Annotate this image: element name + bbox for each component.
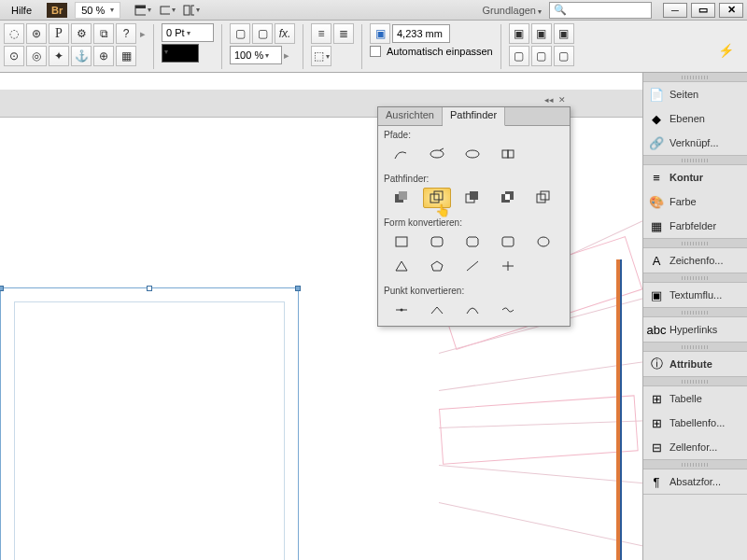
lightning-icon[interactable]: ⚡ bbox=[718, 43, 734, 58]
open-path-icon[interactable] bbox=[423, 144, 451, 164]
arrange-dropdown[interactable] bbox=[182, 2, 201, 19]
dock-item-farbfelder[interactable]: ▦Farbfelder bbox=[643, 214, 747, 238]
join-path-icon[interactable] bbox=[388, 144, 416, 164]
dock-item-attribute[interactable]: ⓘAttribute bbox=[643, 352, 747, 376]
dock-item-zeichenfo[interactable]: AZeichenfo... bbox=[643, 248, 747, 273]
dock-item-absatzfor[interactable]: ¶Absatzfor... bbox=[643, 469, 747, 494]
frame-fit-icon[interactable]: ▣ bbox=[554, 23, 574, 44]
symmetrical-point-icon[interactable] bbox=[494, 300, 522, 320]
resize-handle[interactable] bbox=[0, 286, 4, 291]
dock-item-kontur[interactable]: ≡Kontur bbox=[643, 165, 747, 189]
resize-handle[interactable] bbox=[147, 286, 152, 291]
dock-item-hyperlinks[interactable]: abcHyperlinks bbox=[643, 317, 747, 342]
add-shapes-icon[interactable] bbox=[388, 188, 416, 208]
dock-item-ebenen[interactable]: ◆Ebenen bbox=[643, 106, 747, 131]
dock-item-zellenfor[interactable]: ⊟Zellenfor... bbox=[643, 435, 747, 459]
dock-icon: ▦ bbox=[649, 218, 664, 233]
bridge-button[interactable]: Br bbox=[47, 3, 67, 18]
titlebar: Hilfe Br 50 % Grundlagen 🔍 ─ ▭ ✕ bbox=[0, 0, 747, 21]
ellipse-shape-icon[interactable] bbox=[529, 231, 557, 252]
tool-icon[interactable]: ⊕ bbox=[93, 46, 114, 66]
tab-align[interactable]: Ausrichten bbox=[378, 107, 443, 125]
dock-icon: 📄 bbox=[649, 87, 664, 102]
dock-icon: abc bbox=[649, 322, 664, 337]
tool-icon[interactable]: ✦ bbox=[49, 46, 69, 66]
width-input[interactable]: 4,233 mm bbox=[392, 24, 450, 43]
dock-label: Zellenfor... bbox=[669, 441, 717, 453]
exclude-shapes-icon[interactable] bbox=[494, 188, 522, 208]
help-icon[interactable]: ? bbox=[116, 23, 136, 44]
view-options-dropdown[interactable] bbox=[134, 2, 152, 19]
subtract-shapes-icon[interactable] bbox=[423, 188, 451, 208]
orthogonal-line-icon[interactable] bbox=[494, 256, 522, 276]
close-path-icon[interactable] bbox=[458, 144, 486, 164]
fit-frame-icon[interactable]: ▣ bbox=[370, 23, 390, 44]
type-tool-icon[interactable]: P bbox=[49, 23, 69, 44]
tool-icon[interactable]: ◌ bbox=[4, 23, 24, 44]
inverse-round-icon[interactable] bbox=[494, 231, 522, 252]
panel-close-icon[interactable]: ✕ bbox=[557, 94, 568, 105]
intersect-shapes-icon[interactable] bbox=[458, 188, 486, 208]
autofit-checkbox[interactable] bbox=[370, 46, 381, 57]
selected-frame[interactable] bbox=[0, 287, 299, 560]
resize-handle[interactable] bbox=[295, 286, 301, 291]
frame-fit-icon[interactable]: ▢ bbox=[509, 46, 529, 66]
tool-icon[interactable]: ⊙ bbox=[4, 46, 24, 66]
dock-icon: ⊟ bbox=[649, 440, 664, 455]
stroke-color-swatch[interactable] bbox=[162, 44, 199, 63]
dock-item-tabelle[interactable]: ⊞Tabelle bbox=[643, 386, 747, 411]
pathfinder-panel: ◂◂ ✕ Ausrichten Pathfinder Pfade: Pathfi… bbox=[377, 106, 571, 327]
opacity-input[interactable]: 100 % bbox=[230, 46, 282, 64]
frame-fit-icon[interactable]: ▣ bbox=[509, 23, 529, 44]
zoom-level-dropdown[interactable]: 50 % bbox=[75, 2, 120, 19]
dock-label: Farbfelder bbox=[669, 220, 716, 231]
tool-icon[interactable]: ⚓ bbox=[71, 46, 92, 66]
dock-label: Verknüpf... bbox=[669, 137, 719, 148]
svg-rect-11 bbox=[399, 191, 407, 200]
screen-mode-dropdown[interactable] bbox=[158, 2, 176, 19]
tool-icon[interactable]: ◎ bbox=[26, 46, 47, 66]
help-menu[interactable]: Hilfe bbox=[4, 3, 39, 18]
tool-icon[interactable]: ⧉ bbox=[93, 23, 114, 44]
dock-item-verknpf[interactable]: 🔗Verknüpf... bbox=[643, 131, 747, 155]
workspace-switcher[interactable]: Grundlagen bbox=[475, 3, 550, 18]
search-input[interactable]: 🔍 bbox=[549, 2, 652, 19]
polygon-shape-icon[interactable] bbox=[423, 256, 451, 276]
smooth-point-icon[interactable] bbox=[458, 300, 486, 320]
line-shape-icon[interactable] bbox=[458, 256, 486, 276]
close-button[interactable]: ✕ bbox=[719, 3, 743, 18]
effects-icon[interactable]: ▢ bbox=[252, 23, 273, 44]
frame-fit-icon[interactable]: ▢ bbox=[554, 46, 574, 66]
tab-pathfinder[interactable]: Pathfinder bbox=[443, 107, 505, 126]
corner-point-icon[interactable] bbox=[423, 300, 451, 320]
dock-icon: ▣ bbox=[649, 287, 664, 302]
text-align-icon[interactable]: ≡ bbox=[311, 23, 331, 44]
dock-item-textumflu[interactable]: ▣Textumflu... bbox=[643, 283, 747, 307]
text-wrap-dropdown[interactable]: ⬚ bbox=[311, 46, 331, 66]
dock-icon: 🎨 bbox=[649, 194, 664, 209]
frame-fit-icon[interactable]: ▣ bbox=[531, 23, 552, 44]
dock-item-tabellenfo[interactable]: ⊞Tabellenfo... bbox=[643, 411, 747, 435]
triangle-shape-icon[interactable] bbox=[388, 256, 416, 276]
tool-icon[interactable]: ⊛ bbox=[26, 23, 47, 44]
reverse-path-icon[interactable] bbox=[494, 144, 522, 164]
dock-item-farbe[interactable]: 🎨Farbe bbox=[643, 189, 747, 214]
effects-icon[interactable]: ▢ bbox=[230, 23, 250, 44]
minus-back-icon[interactable] bbox=[529, 188, 557, 208]
dock-item-seiten[interactable]: 📄Seiten bbox=[643, 82, 747, 106]
rect-shape-icon[interactable] bbox=[388, 231, 416, 252]
tool-icon[interactable]: ▦ bbox=[116, 46, 136, 66]
maximize-button[interactable]: ▭ bbox=[691, 3, 715, 18]
plain-point-icon[interactable] bbox=[388, 300, 416, 320]
tool-icon[interactable]: ⚙ bbox=[71, 23, 92, 44]
fx-icon[interactable]: fx. bbox=[275, 23, 295, 44]
frame-fit-icon[interactable]: ▢ bbox=[531, 46, 552, 66]
dock-icon: ◆ bbox=[649, 111, 664, 126]
dock-icon: ¶ bbox=[649, 474, 664, 489]
text-align-icon[interactable]: ≣ bbox=[333, 23, 354, 44]
stroke-weight-input[interactable]: 0 Pt bbox=[162, 23, 214, 42]
bevel-shape-icon[interactable] bbox=[458, 231, 486, 252]
minimize-button[interactable]: ─ bbox=[663, 3, 687, 18]
panel-collapse-icon[interactable]: ◂◂ bbox=[543, 94, 555, 105]
roundrect-shape-icon[interactable] bbox=[423, 231, 451, 252]
